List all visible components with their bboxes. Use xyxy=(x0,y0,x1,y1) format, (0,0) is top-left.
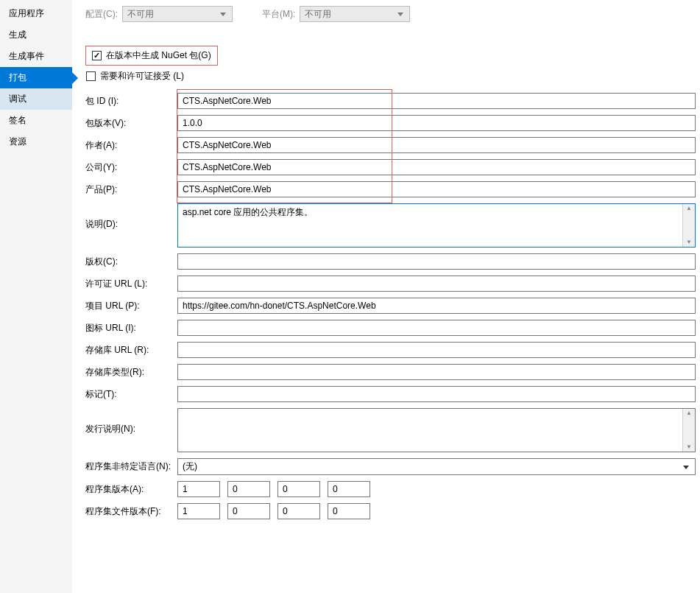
scrollbar-stub-2[interactable]: ▲▼ xyxy=(682,409,695,452)
file-version-major[interactable] xyxy=(177,503,220,519)
file-version-build[interactable] xyxy=(277,503,320,519)
sidebar: 应用程序 生成 生成事件 打包 调试 签名 资源 xyxy=(0,0,72,593)
description-label: 说明(D): xyxy=(85,203,177,231)
company-input[interactable] xyxy=(177,159,696,175)
package-id-input[interactable] xyxy=(177,93,696,109)
license-url-input[interactable] xyxy=(177,276,696,292)
file-version-label: 程序集文件版本(F): xyxy=(85,505,177,518)
generate-nuget-checkbox[interactable] xyxy=(92,51,102,60)
generate-nuget-label: 在版本中生成 NuGet 包(G) xyxy=(106,49,211,62)
company-label: 公司(Y): xyxy=(85,161,177,174)
neutral-lang-label: 程序集非特定语言(N): xyxy=(85,460,177,473)
package-id-label: 包 ID (I): xyxy=(85,95,177,108)
sidebar-item-sign[interactable]: 签名 xyxy=(0,110,72,131)
copyright-label: 版权(C): xyxy=(85,256,177,268)
asm-version-major[interactable] xyxy=(177,481,220,497)
config-combo[interactable]: 不可用 xyxy=(122,6,233,22)
authors-input[interactable] xyxy=(177,137,696,153)
repo-type-input[interactable] xyxy=(177,364,696,380)
neutral-lang-select[interactable]: (无) xyxy=(177,458,696,475)
main-panel: 配置(C): 不可用 平台(M): 不可用 在版本中生成 NuGet 包(G) … xyxy=(72,0,700,593)
sidebar-item-build[interactable]: 生成 xyxy=(0,24,72,46)
asm-version-minor[interactable] xyxy=(227,481,270,497)
config-row: 配置(C): 不可用 平台(M): 不可用 xyxy=(85,6,696,22)
icon-url-label: 图标 URL (I): xyxy=(85,322,177,334)
release-notes-input[interactable] xyxy=(178,409,682,452)
sidebar-item-package[interactable]: 打包 xyxy=(0,67,72,88)
repo-url-label: 存储库 URL (R): xyxy=(85,344,177,357)
tags-label: 标记(T): xyxy=(85,388,177,401)
sidebar-item-build-events[interactable]: 生成事件 xyxy=(0,46,72,67)
generate-nuget-highlight: 在版本中生成 NuGet 包(G) xyxy=(85,46,218,66)
platform-combo[interactable]: 不可用 xyxy=(300,6,410,22)
package-version-input[interactable] xyxy=(177,115,696,131)
project-url-label: 项目 URL (P): xyxy=(85,300,177,312)
license-accept-checkbox[interactable] xyxy=(86,71,96,81)
release-notes-label: 发行说明(N): xyxy=(85,408,177,435)
sidebar-item-resources[interactable]: 资源 xyxy=(0,131,72,152)
config-label: 配置(C): xyxy=(85,8,118,21)
release-notes-wrap: ▲▼ xyxy=(177,408,696,452)
scrollbar-stub[interactable]: ▲▼ xyxy=(682,204,695,247)
platform-label: 平台(M): xyxy=(262,8,295,21)
icon-url-input[interactable] xyxy=(177,320,696,336)
authors-label: 作者(A): xyxy=(85,139,177,152)
asm-version-build[interactable] xyxy=(277,481,320,497)
license-accept-label: 需要和许可证接受 (L) xyxy=(100,70,184,83)
repo-url-input[interactable] xyxy=(177,342,696,358)
sidebar-item-debug[interactable]: 调试 xyxy=(0,88,72,110)
description-wrap: ▲▼ xyxy=(177,203,696,248)
copyright-input[interactable] xyxy=(177,253,696,270)
description-input[interactable] xyxy=(178,204,682,247)
license-url-label: 许可证 URL (L): xyxy=(85,278,177,290)
sidebar-item-app[interactable]: 应用程序 xyxy=(0,3,72,24)
product-label: 产品(P): xyxy=(85,183,177,196)
file-version-minor[interactable] xyxy=(227,503,270,519)
form-grid: 包 ID (I): 包版本(V): 作者(A): 公司(Y): 产品(P): 说… xyxy=(85,93,696,519)
asm-version-rev[interactable] xyxy=(328,481,370,497)
project-url-input[interactable] xyxy=(177,298,696,314)
file-version-rev[interactable] xyxy=(328,503,370,519)
product-input[interactable] xyxy=(177,181,696,197)
asm-version-label: 程序集版本(A): xyxy=(85,483,177,496)
package-version-label: 包版本(V): xyxy=(85,117,177,130)
repo-type-label: 存储库类型(R): xyxy=(85,366,177,379)
tags-input[interactable] xyxy=(177,386,696,402)
